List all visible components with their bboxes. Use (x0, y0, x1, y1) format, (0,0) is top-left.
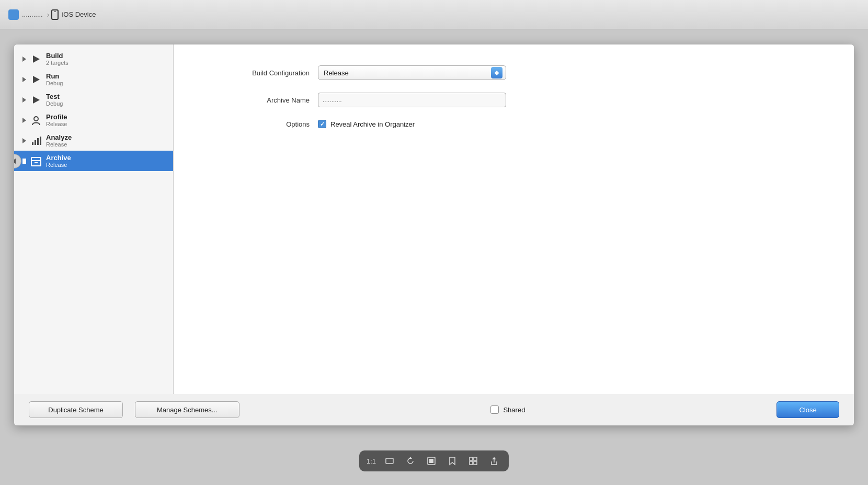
run-icon (30, 74, 42, 85)
archive-item-name: Archive (46, 154, 71, 162)
profile-item-name: Profile (46, 113, 67, 121)
options-row: Options ✓ Reveal Archive in Organizer (205, 120, 823, 128)
options-control: ✓ Reveal Archive in Organizer (318, 120, 415, 128)
run-item-sub: Debug (46, 80, 63, 86)
build-item-text: Build 2 targets (46, 52, 68, 66)
shared-checkbox[interactable] (490, 405, 499, 414)
profile-item-text: Profile Release (46, 113, 67, 127)
run-item-text: Run Debug (46, 72, 63, 86)
sidebar-item-profile[interactable]: Profile Release (14, 110, 173, 130)
content-area: Build Configuration Release (174, 44, 854, 394)
build-item-sub: 2 targets (46, 60, 68, 66)
expand-arrow-analyze (22, 138, 26, 143)
shared-label: Shared (503, 406, 525, 414)
svg-rect-20 (474, 461, 477, 465)
analyze-icon (30, 135, 42, 146)
select-arrow-button[interactable] (491, 67, 502, 78)
device-indicator: iOS Device (51, 9, 96, 20)
profile-icon (30, 115, 42, 126)
scheme-editor-dialog: Build 2 targets Run Debug (14, 44, 854, 426)
archive-name-input[interactable] (318, 93, 506, 107)
archive-item-text: Archive Release (46, 154, 71, 168)
build-config-value: Release (324, 69, 349, 77)
app-icon (8, 9, 19, 20)
svg-marker-21 (492, 457, 496, 459)
profile-item-sub: Release (46, 121, 67, 127)
sidebar-item-archive[interactable]: Archive Release (14, 151, 173, 171)
svg-rect-17 (470, 457, 473, 460)
analyze-item-sub: Release (46, 141, 72, 148)
bottom-toolbar: 1:1 (359, 450, 509, 471)
sidebar-item-build[interactable]: Build 2 targets (14, 49, 173, 69)
arrow-up-icon (495, 71, 499, 73)
select-arrows-icon (495, 71, 499, 75)
svg-rect-9 (31, 157, 41, 161)
run-item-name: Run (46, 72, 63, 80)
scheme-sidebar: Build 2 targets Run Debug (14, 44, 174, 394)
svg-rect-18 (474, 457, 477, 460)
dialog-body: Build 2 targets Run Debug (14, 44, 854, 394)
reveal-archive-wrapper: ✓ Reveal Archive in Organizer (318, 120, 415, 128)
build-icon (30, 53, 42, 65)
test-item-text: Test Debug (46, 93, 63, 107)
bookmark-button[interactable] (445, 454, 460, 468)
analyze-item-text: Analyze Release (46, 133, 72, 148)
sidebar-item-run[interactable]: Run Debug (14, 69, 173, 89)
build-config-select[interactable]: Release (318, 65, 506, 80)
close-button[interactable]: Close (776, 401, 839, 418)
expand-arrow-test (22, 97, 26, 103)
device-icon (51, 9, 59, 20)
svg-rect-5 (35, 140, 36, 145)
checkmark-icon: ✓ (320, 121, 325, 127)
expand-arrow-archive (22, 159, 26, 164)
back-arrow-icon (14, 159, 16, 164)
svg-marker-12 (409, 457, 412, 459)
build-item-name: Build (46, 52, 68, 60)
zoom-label: 1:1 (367, 457, 376, 465)
shared-wrapper: Shared (490, 405, 525, 414)
share-button[interactable] (487, 454, 501, 468)
svg-marker-2 (33, 96, 40, 104)
test-item-sub: Debug (46, 100, 63, 107)
svg-rect-11 (386, 458, 393, 464)
build-config-control: Release (318, 65, 506, 80)
content-inner: Build Configuration Release (174, 44, 854, 394)
analyze-item-name: Analyze (46, 133, 72, 141)
sidebar-item-analyze[interactable]: Analyze Release (14, 130, 173, 151)
breadcrumb-separator: › (47, 10, 50, 19)
device-label: iOS Device (62, 10, 96, 18)
svg-marker-1 (33, 76, 40, 83)
back-button[interactable] (14, 154, 21, 168)
archive-name-control (318, 93, 506, 107)
svg-rect-19 (470, 461, 473, 465)
test-item-name: Test (46, 93, 63, 100)
svg-rect-14 (429, 459, 433, 463)
sidebar-item-test[interactable]: Test Debug (14, 89, 173, 110)
dialog-footer: Duplicate Scheme Manage Schemes... Share… (14, 394, 854, 425)
expand-arrow-profile (22, 118, 26, 123)
refresh-button[interactable] (403, 454, 418, 468)
manage-schemes-button[interactable]: Manage Schemes... (135, 401, 239, 418)
svg-marker-15 (450, 457, 455, 465)
svg-point-3 (34, 117, 38, 121)
reveal-archive-checkbox[interactable]: ✓ (318, 120, 326, 128)
fit-window-button[interactable] (382, 454, 397, 468)
archive-name-label: Archive Name (205, 96, 310, 104)
duplicate-scheme-button[interactable]: Duplicate Scheme (29, 401, 123, 418)
svg-rect-7 (40, 137, 41, 145)
archive-icon (30, 155, 42, 167)
svg-rect-4 (32, 142, 33, 145)
build-config-label: Build Configuration (205, 69, 310, 77)
svg-rect-6 (37, 138, 39, 145)
reveal-archive-label: Reveal Archive in Organizer (330, 120, 415, 128)
build-config-row: Build Configuration Release (205, 65, 823, 80)
actual-size-button[interactable] (424, 454, 439, 468)
archive-name-row: Archive Name (205, 93, 823, 107)
expand-arrow-build (22, 57, 26, 62)
expand-arrow-run (22, 77, 26, 82)
grid-button[interactable] (466, 454, 481, 468)
options-label: Options (205, 120, 310, 128)
archive-item-sub: Release (46, 162, 71, 168)
test-icon (30, 94, 42, 106)
title-bar: ........... › iOS Device (0, 0, 868, 29)
